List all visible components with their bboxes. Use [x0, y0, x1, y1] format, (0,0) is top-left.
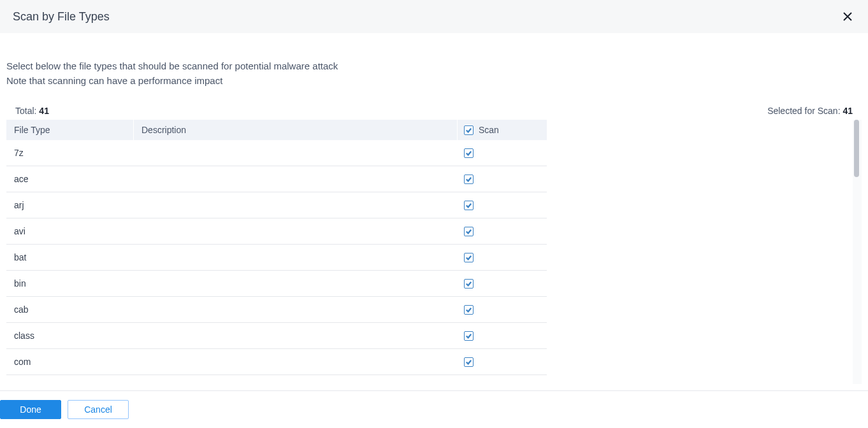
- scan-checkbox[interactable]: [464, 357, 474, 367]
- scan-checkbox[interactable]: [464, 175, 474, 184]
- total-count: Total: 41: [15, 106, 49, 116]
- cell-file-type: class: [6, 331, 134, 341]
- cell-scan: [458, 331, 547, 341]
- dialog-title: Scan by File Types: [13, 10, 110, 24]
- column-header-file-type[interactable]: File Type: [6, 120, 134, 140]
- checkmark-icon: [465, 359, 472, 366]
- scan-checkbox[interactable]: [464, 148, 474, 158]
- instructions-line-1: Select below the file types that should …: [6, 59, 862, 74]
- scan-checkbox[interactable]: [464, 253, 474, 262]
- cell-scan: [458, 201, 547, 210]
- table-body: 7zacearjavibatbincabclasscom: [6, 140, 547, 384]
- scrollbar-track[interactable]: [853, 120, 862, 384]
- cell-file-type: 7z: [6, 148, 134, 158]
- stats-row: Total: 41 Selected for Scan: 41: [6, 106, 862, 120]
- close-button[interactable]: [840, 9, 855, 24]
- checkmark-icon: [465, 306, 472, 313]
- select-all-checkbox[interactable]: [464, 125, 474, 135]
- table-row[interactable]: avi: [6, 218, 547, 245]
- table-header-row: File Type Description Scan: [6, 120, 547, 140]
- table-row[interactable]: class: [6, 323, 547, 349]
- cell-file-type: ace: [6, 174, 134, 184]
- scan-checkbox[interactable]: [464, 227, 474, 236]
- cell-scan: [458, 279, 547, 289]
- cell-scan: [458, 357, 547, 367]
- checkmark-icon: [465, 228, 472, 235]
- table-row[interactable]: ace: [6, 166, 547, 192]
- column-header-scan-label: Scan: [479, 125, 499, 135]
- checkmark-icon: [465, 176, 472, 183]
- column-header-scan: Scan: [458, 120, 547, 140]
- checkmark-icon: [465, 254, 472, 261]
- checkmark-icon: [465, 150, 472, 157]
- cell-scan: [458, 148, 547, 158]
- cell-file-type: arj: [6, 200, 134, 210]
- cell-scan: [458, 253, 547, 262]
- cell-scan: [458, 175, 547, 184]
- scan-checkbox[interactable]: [464, 305, 474, 315]
- cell-file-type: avi: [6, 226, 134, 236]
- column-header-description[interactable]: Description: [134, 120, 458, 140]
- done-button[interactable]: Done: [0, 400, 61, 419]
- file-types-table: File Type Description Scan 7zacearjaviba…: [6, 120, 547, 384]
- selected-count: Selected for Scan: 41: [767, 106, 853, 116]
- table-row[interactable]: 7z: [6, 140, 547, 166]
- table-container: File Type Description Scan 7zacearjaviba…: [6, 120, 862, 384]
- cell-scan: [458, 227, 547, 236]
- table-row[interactable]: cab: [6, 297, 547, 323]
- cell-file-type: bat: [6, 252, 134, 262]
- cell-file-type: bin: [6, 278, 134, 289]
- dialog-header: Scan by File Types: [0, 0, 868, 34]
- scan-checkbox[interactable]: [464, 279, 474, 289]
- scan-checkbox[interactable]: [464, 201, 474, 210]
- checkmark-icon: [465, 332, 472, 339]
- instructions-line-2: Note that scanning can have a performanc…: [6, 74, 862, 89]
- scan-checkbox[interactable]: [464, 331, 474, 341]
- table-row[interactable]: arj: [6, 192, 547, 218]
- checkmark-icon: [465, 280, 472, 287]
- cell-file-type: cab: [6, 304, 134, 315]
- cancel-button[interactable]: Cancel: [68, 400, 129, 419]
- cell-file-type: com: [6, 357, 134, 367]
- scrollbar-thumb[interactable]: [854, 120, 859, 177]
- checkmark-icon: [465, 202, 472, 209]
- dialog-content: Select below the file types that should …: [0, 34, 868, 390]
- table-row[interactable]: bin: [6, 271, 547, 297]
- instructions-text: Select below the file types that should …: [6, 59, 862, 88]
- table-row[interactable]: bat: [6, 245, 547, 271]
- close-icon: [843, 11, 853, 22]
- table-row[interactable]: com: [6, 349, 547, 375]
- dialog-footer: Done Cancel: [0, 390, 868, 428]
- checkmark-icon: [465, 127, 472, 134]
- cell-scan: [458, 305, 547, 315]
